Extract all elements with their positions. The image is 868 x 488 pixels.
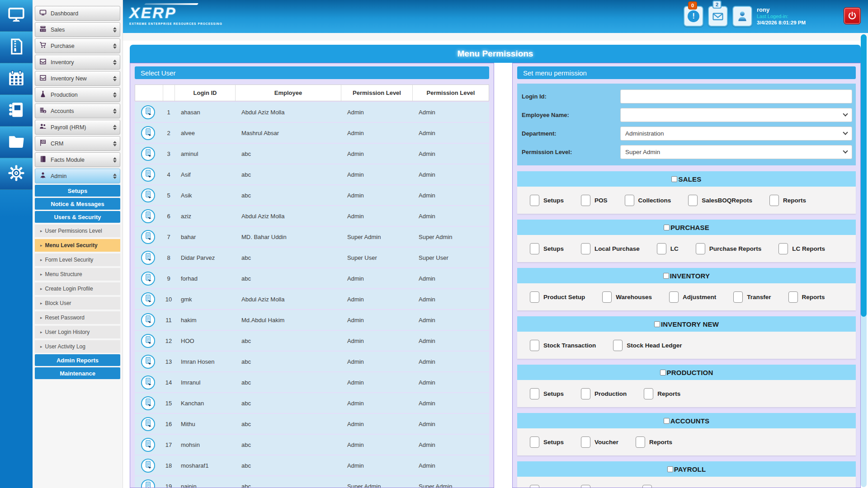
checkbox-purchase-purchase-reports[interactable] xyxy=(696,243,705,254)
sidebar-item-menu-structure[interactable]: ▸Menu Structure xyxy=(35,268,120,281)
folder-tile[interactable] xyxy=(0,127,33,158)
sidebar-module-admin[interactable]: Admin xyxy=(35,169,120,183)
edit-user-button[interactable] xyxy=(141,168,155,182)
sidebar-group-setups[interactable]: Setups xyxy=(35,185,120,197)
checkbox-inventory-product-setup[interactable] xyxy=(530,291,539,303)
permission-level-cell: Admin xyxy=(341,109,412,116)
sidebar-module-accounts[interactable]: Accounts xyxy=(35,103,120,118)
checkbox-inventory-transfer[interactable] xyxy=(733,291,743,303)
checkbox-sales-reports[interactable] xyxy=(769,195,779,206)
sidebar-item-create-login-profile[interactable]: ▸Create Login Profile xyxy=(35,282,120,295)
edit-user-button[interactable] xyxy=(141,334,155,348)
alerts-button[interactable]: 0 ! xyxy=(684,6,703,27)
section-checkbox-payroll[interactable] xyxy=(667,466,673,472)
permission-level-cell: Admin xyxy=(341,130,412,136)
sidebar-module-crm[interactable]: CRM xyxy=(35,136,120,151)
checkbox-payroll-data-entry[interactable] xyxy=(581,485,590,488)
checkbox-accounts-reports[interactable] xyxy=(636,436,645,448)
checkbox-sales-salesboqrepots[interactable] xyxy=(688,195,698,206)
checkbox-production-setups[interactable] xyxy=(530,388,539,399)
monitor-tile[interactable] xyxy=(0,0,33,32)
section-header-inventory-new: INVENTORY NEW xyxy=(517,316,856,332)
edit-user-button[interactable] xyxy=(141,355,155,369)
edit-cell xyxy=(135,126,163,140)
sidebar-item-user-login-history[interactable]: ▸User Login History xyxy=(35,326,120,338)
edit-user-button[interactable] xyxy=(141,375,155,389)
dropdown-permission-level[interactable]: Super Admin xyxy=(620,145,852,159)
edit-user-button[interactable] xyxy=(141,188,155,202)
checkbox-production-production[interactable] xyxy=(581,388,590,399)
page-scrollbar-thumb[interactable] xyxy=(861,34,867,317)
sidebar-item-user-permissions-level[interactable]: ▸User Permissions Level xyxy=(35,225,120,237)
calendar-tile[interactable] xyxy=(0,63,33,95)
sidebar-module-purchase[interactable]: Purchase xyxy=(35,38,120,53)
employee-cell: MD. Bahar Uddin xyxy=(235,234,341,240)
section-checkbox-inventory[interactable] xyxy=(663,273,669,279)
sidebar-item-menu-level-security[interactable]: ▸Menu Level Security xyxy=(35,239,120,252)
sidebar-item-reset-password[interactable]: ▸Reset Password xyxy=(35,311,120,324)
edit-user-button[interactable] xyxy=(141,209,155,223)
edit-user-button[interactable] xyxy=(141,251,155,265)
sidebar-module-sales[interactable]: Sales xyxy=(35,22,120,37)
messages-button[interactable]: 2 xyxy=(708,6,728,27)
sidebar-module-payroll-hrm[interactable]: Payroll (HRM) xyxy=(35,120,120,135)
table-row: 8Didar ParvezabcSuper UserSuper User xyxy=(135,248,489,267)
zipdoc-tile[interactable] xyxy=(0,32,33,63)
checkbox-payroll-setups[interactable] xyxy=(530,485,539,488)
user-profile-button[interactable] xyxy=(732,6,752,27)
edit-user-button[interactable] xyxy=(141,479,155,488)
sidebar-module-production[interactable]: Production xyxy=(35,87,120,102)
section-checkbox-production[interactable] xyxy=(660,370,666,375)
edit-user-button[interactable] xyxy=(141,417,155,431)
sidebar-module-dashboard[interactable]: Dashboard xyxy=(35,6,120,21)
edit-user-button[interactable] xyxy=(141,292,155,306)
sidebar-group-admin-reports[interactable]: Admin Reports xyxy=(35,354,120,366)
section-checkbox-accounts[interactable] xyxy=(664,418,670,424)
checkbox-production-reports[interactable] xyxy=(644,388,653,399)
edit-user-button[interactable] xyxy=(141,272,155,286)
edit-user-button[interactable] xyxy=(141,396,155,410)
sidebar-group-maintenance[interactable]: Maintenance xyxy=(35,367,120,379)
sidebar-module-inventory[interactable]: Inventory xyxy=(35,55,120,70)
sidebar-module-facts-module[interactable]: Facts Module xyxy=(35,152,120,167)
edit-user-button[interactable] xyxy=(141,126,155,140)
edit-user-button[interactable] xyxy=(141,438,155,452)
edit-user-button[interactable] xyxy=(141,459,155,473)
edit-user-button[interactable] xyxy=(141,230,155,244)
sidebar-module-inventory-new[interactable]: Inventory New xyxy=(35,71,120,86)
sidebar-item-form-level-security[interactable]: ▸Form Level Security xyxy=(35,253,120,266)
checkbox-inventory-warehouses[interactable] xyxy=(602,291,612,303)
checkbox-payroll-reports[interactable] xyxy=(642,485,652,488)
journal-tile[interactable] xyxy=(0,95,33,127)
sidebar-group-notice-messages[interactable]: Notice & Messages xyxy=(35,198,120,210)
sidebar-group-users-security[interactable]: Users & Security xyxy=(35,211,120,223)
gear-tile[interactable] xyxy=(0,158,33,190)
section-checkbox-inventory-new[interactable] xyxy=(654,321,660,327)
logout-button[interactable] xyxy=(844,7,861,24)
section-checkbox-sales[interactable] xyxy=(671,176,677,182)
checkbox-sales-collections[interactable] xyxy=(625,195,634,206)
checkbox-inventory-adjustment[interactable] xyxy=(669,291,679,303)
checkbox-inventory-reports[interactable] xyxy=(788,291,798,303)
checkbox-accounts-setups[interactable] xyxy=(530,436,539,448)
checkbox-sales-pos[interactable] xyxy=(581,195,590,206)
checkbox-purchase-local-purchase[interactable] xyxy=(581,243,590,254)
permission-level-cell-2: Admin xyxy=(412,171,489,178)
edit-user-button[interactable] xyxy=(141,105,155,119)
checkbox-purchase-setups[interactable] xyxy=(530,243,539,254)
sidebar-item-block-user[interactable]: ▸Block User xyxy=(35,297,120,310)
checkbox-inventory-new-stock-transaction[interactable] xyxy=(530,340,539,351)
section-checkbox-purchase[interactable] xyxy=(664,225,670,230)
input-login-id[interactable] xyxy=(620,89,852,103)
edit-user-button[interactable] xyxy=(141,313,155,327)
checkbox-purchase-lc-reports[interactable] xyxy=(778,243,788,254)
sidebar-item-user-activity-log[interactable]: ▸User Activity Log xyxy=(35,340,120,353)
page-scrollbar-track[interactable] xyxy=(861,34,867,487)
checkbox-inventory-new-stock-head-ledger[interactable] xyxy=(613,340,623,351)
checkbox-purchase-lc[interactable] xyxy=(657,243,666,254)
checkbox-accounts-voucher[interactable] xyxy=(581,436,590,448)
dropdown-employee-name[interactable] xyxy=(620,108,852,122)
dropdown-department[interactable]: Administration xyxy=(620,127,852,141)
checkbox-sales-setups[interactable] xyxy=(530,195,539,206)
edit-user-button[interactable] xyxy=(141,147,155,161)
